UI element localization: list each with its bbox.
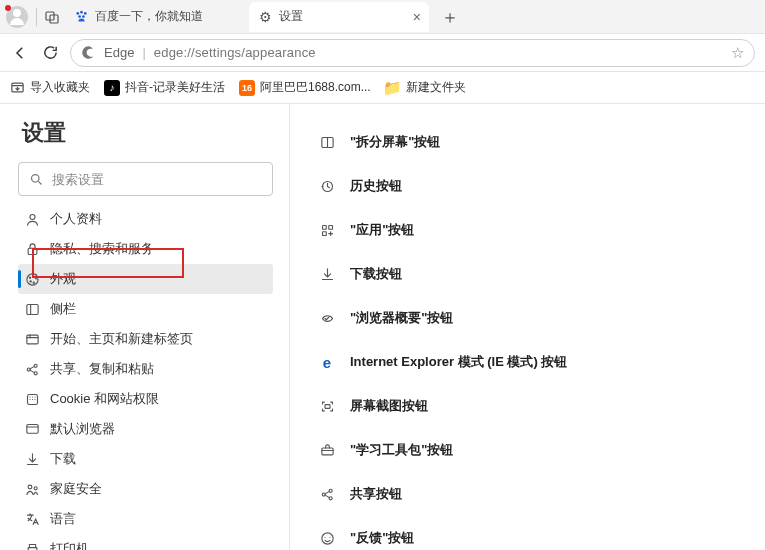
sidebar-item-label: 语言 <box>50 510 76 528</box>
tab-settings[interactable]: ⚙ 设置 × <box>249 2 429 32</box>
option-label: "拆分屏幕"按钮 <box>350 133 440 151</box>
new-tab-button[interactable]: ＋ <box>433 5 467 29</box>
back-button[interactable] <box>10 44 30 62</box>
summary-icon <box>318 309 336 327</box>
alibaba-icon: 16 <box>239 80 255 96</box>
option-apps[interactable]: "应用"按钮 <box>318 208 765 252</box>
option-label: 共享按钮 <box>350 485 402 503</box>
svg-point-9 <box>30 214 35 219</box>
option-feedback[interactable]: "反馈"按钮 <box>318 516 765 550</box>
lock-icon <box>24 241 40 257</box>
sidebar-item-tabs[interactable]: 开始、主页和新建标签页 <box>18 324 273 354</box>
option-label: 屏幕截图按钮 <box>350 397 428 415</box>
sidebar-item-profile[interactable]: 个人资料 <box>18 204 273 234</box>
sidebar-item-label: 个人资料 <box>50 210 102 228</box>
tabs-icon <box>24 331 40 347</box>
browser-icon <box>24 421 40 437</box>
gear-icon: ⚙ <box>257 9 273 25</box>
svg-point-11 <box>29 277 30 278</box>
download-icon <box>24 451 40 467</box>
bookmark-label: 阿里巴巴1688.com... <box>260 79 371 96</box>
option-share[interactable]: 共享按钮 <box>318 472 765 516</box>
history-icon <box>318 177 336 195</box>
bookmark-folder[interactable]: 📁 新建文件夹 <box>385 79 466 96</box>
svg-point-22 <box>34 486 37 489</box>
bookmark-douyin[interactable]: ♪ 抖音-记录美好生活 <box>104 79 225 96</box>
svg-rect-29 <box>328 225 332 229</box>
sidebar-item-download[interactable]: 下载 <box>18 444 273 474</box>
option-ie[interactable]: eInternet Explorer 模式 (IE 模式) 按钮 <box>318 340 765 384</box>
svg-point-13 <box>33 282 34 283</box>
screenshot-icon <box>318 397 336 415</box>
option-split[interactable]: "拆分屏幕"按钮 <box>318 120 765 164</box>
option-label: "应用"按钮 <box>350 221 414 239</box>
svg-point-5 <box>78 15 81 18</box>
import-icon <box>10 80 25 95</box>
folder-icon: 📁 <box>385 80 401 96</box>
svg-rect-32 <box>321 448 332 455</box>
sidebar-item-language[interactable]: 语言 <box>18 504 273 534</box>
sidebar-item-sidebar[interactable]: 侧栏 <box>18 294 273 324</box>
option-download[interactable]: 下载按钮 <box>318 252 765 296</box>
option-label: "浏览器概要"按钮 <box>350 309 453 327</box>
option-toolkit[interactable]: "学习工具包"按钮 <box>318 428 765 472</box>
tab-actions-icon[interactable] <box>43 9 61 25</box>
option-history[interactable]: 历史按钮 <box>318 164 765 208</box>
sidebar-item-family[interactable]: 家庭安全 <box>18 474 273 504</box>
settings-search[interactable] <box>18 162 273 196</box>
sidebar-item-label: 下载 <box>50 450 76 468</box>
svg-point-8 <box>32 174 40 182</box>
favorite-star-icon[interactable]: ☆ <box>731 44 744 62</box>
language-icon <box>24 511 40 527</box>
option-label: 下载按钮 <box>350 265 402 283</box>
tab-title: 设置 <box>279 8 407 25</box>
svg-point-2 <box>76 12 79 15</box>
url-text: edge://settings/appearance <box>154 45 316 60</box>
import-bookmarks-button[interactable]: 导入收藏夹 <box>10 79 90 96</box>
sidebar-item-share[interactable]: 共享、复制和粘贴 <box>18 354 273 384</box>
share-icon <box>318 485 336 503</box>
page-title: 设置 <box>22 118 273 148</box>
svg-rect-15 <box>26 335 37 344</box>
svg-rect-20 <box>26 424 37 433</box>
sidebar-item-lock[interactable]: 隐私、搜索和服务 <box>18 234 273 264</box>
search-input[interactable] <box>52 172 262 187</box>
edge-logo-icon <box>81 45 96 60</box>
bookmark-label: 抖音-记录美好生活 <box>125 79 225 96</box>
svg-rect-31 <box>325 404 330 408</box>
sidebar-item-cookie[interactable]: Cookie 和网站权限 <box>18 384 273 414</box>
printer-icon <box>24 541 40 550</box>
download-icon <box>318 265 336 283</box>
sidebar-item-printer[interactable]: 打印机 <box>18 534 273 550</box>
close-icon[interactable]: × <box>413 10 421 24</box>
address-bar[interactable]: Edge | edge://settings/appearance ☆ <box>70 39 755 67</box>
toolkit-icon <box>318 441 336 459</box>
sidebar-item-label: 侧栏 <box>50 300 76 318</box>
svg-rect-10 <box>28 248 37 254</box>
svg-point-12 <box>30 280 31 281</box>
svg-rect-30 <box>322 231 326 235</box>
refresh-button[interactable] <box>40 44 60 61</box>
url-provider: Edge <box>104 45 134 60</box>
sidebar-item-appearance[interactable]: 外观 <box>18 264 273 294</box>
profile-avatar[interactable] <box>6 6 28 28</box>
option-label: 历史按钮 <box>350 177 402 195</box>
sidebar-icon <box>24 301 40 317</box>
baidu-favicon <box>73 9 89 25</box>
sidebar-item-label: 隐私、搜索和服务 <box>50 240 154 258</box>
sidebar-item-label: 默认浏览器 <box>50 420 115 438</box>
sidebar-item-label: 外观 <box>50 270 76 288</box>
svg-rect-28 <box>322 225 326 229</box>
sidebar-item-label: 家庭安全 <box>50 480 102 498</box>
option-screenshot[interactable]: 屏幕截图按钮 <box>318 384 765 428</box>
svg-point-3 <box>80 11 83 14</box>
bookmark-alibaba[interactable]: 16 阿里巴巴1688.com... <box>239 79 371 96</box>
sidebar-item-browser[interactable]: 默认浏览器 <box>18 414 273 444</box>
appearance-icon <box>24 271 40 287</box>
tab-baidu[interactable]: 百度一下，你就知道 <box>65 2 245 32</box>
svg-point-21 <box>28 485 32 489</box>
tab-title: 百度一下，你就知道 <box>95 8 237 25</box>
sidebar-item-label: Cookie 和网站权限 <box>50 390 159 408</box>
svg-rect-14 <box>26 304 37 314</box>
option-summary[interactable]: "浏览器概要"按钮 <box>318 296 765 340</box>
